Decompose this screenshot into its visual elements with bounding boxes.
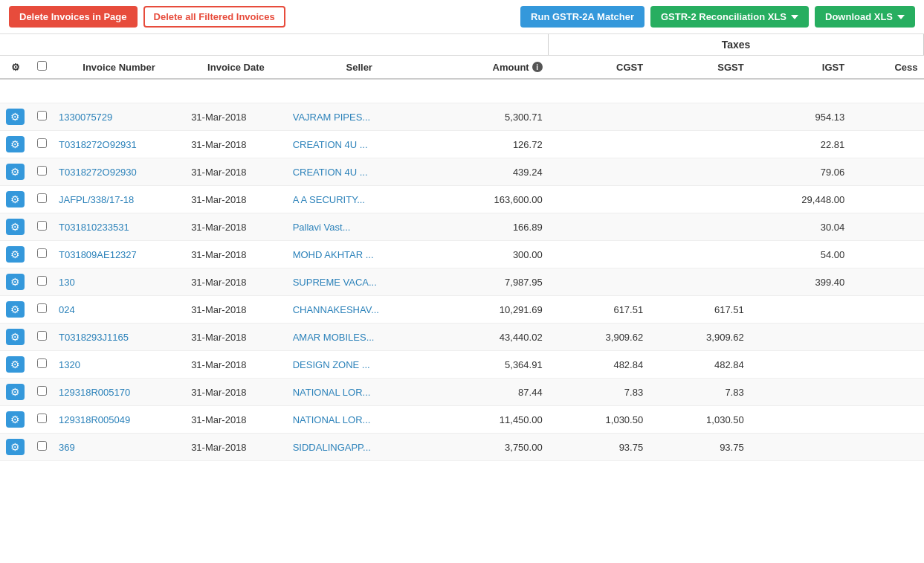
seller-link[interactable]: NATIONAL LOR... <box>293 414 371 425</box>
amount-cell: 3,750.00 <box>432 434 549 461</box>
row-checkbox[interactable] <box>37 386 47 396</box>
invoice-number-link[interactable]: 1320 <box>59 359 80 370</box>
row-gear-button[interactable]: ⚙ <box>6 136 25 152</box>
seller-link[interactable]: Pallavi Vast... <box>293 222 351 233</box>
seller-link[interactable]: VAJRAM PIPES... <box>293 112 371 123</box>
seller-link[interactable]: DESIGN ZONE ... <box>293 359 370 370</box>
table-row: ⚙T031809AE1232731-Mar-2018MOHD AKHTAR ..… <box>0 241 924 268</box>
row-gear-button[interactable]: ⚙ <box>6 109 25 125</box>
igst-cell: 22.81 <box>750 131 851 158</box>
row-gear-button[interactable]: ⚙ <box>6 219 25 235</box>
select-all-checkbox[interactable] <box>37 61 47 71</box>
amount-cell: 7,987.95 <box>432 268 549 296</box>
table-row: ⚙132031-Mar-2018DESIGN ZONE ...5,364.914… <box>0 351 924 379</box>
sgst-column-header: SGST <box>649 56 750 80</box>
invoice-number-link[interactable]: 369 <box>59 442 75 453</box>
cgst-cell <box>549 186 650 213</box>
seller-link[interactable]: AMAR MOBILES... <box>293 332 375 343</box>
cess-cell <box>850 324 923 351</box>
row-gear-button[interactable]: ⚙ <box>6 164 25 180</box>
row-gear-button[interactable]: ⚙ <box>6 191 25 207</box>
table-row: ⚙T0318272O9293031-Mar-2018CREATION 4U ..… <box>0 158 924 186</box>
invoice-number-link[interactable]: 024 <box>59 304 75 315</box>
invoice-number-link[interactable]: T0318272O92930 <box>59 167 137 178</box>
seller-link[interactable]: CHANNAKESHAV... <box>293 304 379 315</box>
row-checkbox[interactable] <box>37 138 47 148</box>
row-gear-button[interactable]: ⚙ <box>6 274 25 290</box>
row-checkbox[interactable] <box>37 193 47 203</box>
invoice-number-link[interactable]: JAFPL/338/17-18 <box>59 194 134 205</box>
row-checkbox[interactable] <box>37 221 47 231</box>
igst-cell: 30.04 <box>750 213 851 241</box>
download-xls-label: Download XLS <box>825 11 893 22</box>
seller-link[interactable]: NATIONAL LOR... <box>293 387 371 398</box>
row-checkbox[interactable] <box>37 276 47 286</box>
row-gear-button[interactable]: ⚙ <box>6 439 25 455</box>
table-row: ⚙36931-Mar-2018SIDDALINGAPP...3,750.0093… <box>0 434 924 461</box>
seller-link[interactable]: SUPREME VACA... <box>293 277 377 288</box>
row-gear-button[interactable]: ⚙ <box>6 356 25 373</box>
invoice-number-link[interactable]: 129318R005049 <box>59 414 130 425</box>
seller-link[interactable]: A A SECURITY... <box>293 194 365 205</box>
invoice-number-link[interactable]: T0318272O92931 <box>59 139 137 150</box>
invoice-number-link[interactable]: T031809AE12327 <box>59 249 137 260</box>
amount-cell: 11,450.00 <box>432 406 549 434</box>
download-xls-button[interactable]: Download XLS <box>815 6 915 28</box>
seller-link[interactable]: CREATION 4U ... <box>293 139 368 150</box>
delete-all-filtered-button[interactable]: Delete all Filtered Invoices <box>143 6 285 28</box>
cess-cell <box>850 268 923 296</box>
invoice-number-link[interactable]: 130 <box>59 277 75 288</box>
cess-cell <box>850 131 923 158</box>
cgst-cell: 617.51 <box>549 296 650 324</box>
amount-cell: 439.24 <box>432 158 549 186</box>
sgst-cell <box>649 103 750 131</box>
invoice-date-cell: 31-Mar-2018 <box>185 131 287 158</box>
cess-cell <box>850 379 923 406</box>
sgst-cell <box>649 158 750 186</box>
settings-gear-icon: ⚙ <box>11 62 20 73</box>
row-checkbox[interactable] <box>37 111 47 120</box>
row-gear-button[interactable]: ⚙ <box>6 411 25 428</box>
run-gstr2a-matcher-button[interactable]: Run GSTR-2A Matcher <box>520 6 644 28</box>
seller-link[interactable]: CREATION 4U ... <box>293 167 368 178</box>
row-checkbox[interactable] <box>37 414 47 423</box>
invoice-date-column-header: Invoice Date <box>185 56 287 80</box>
row-checkbox[interactable] <box>37 303 47 313</box>
seller-link[interactable]: MOHD AKHTAR ... <box>293 249 374 260</box>
row-checkbox[interactable] <box>37 331 47 341</box>
igst-cell: 29,448.00 <box>750 186 851 213</box>
header-main-row: ⚙ Invoice Number Invoice Date Seller Amo… <box>0 56 924 80</box>
row-gear-button[interactable]: ⚙ <box>6 329 25 345</box>
amount-cell: 300.00 <box>432 241 549 268</box>
invoice-number-link[interactable]: T031810233531 <box>59 222 129 233</box>
download-xls-dropdown-arrow-icon <box>897 15 905 19</box>
row-checkbox[interactable] <box>37 248 47 258</box>
cess-cell <box>850 296 923 324</box>
row-gear-button[interactable]: ⚙ <box>6 384 25 400</box>
sgst-cell: 7.83 <box>649 379 750 406</box>
table-body: Total of 2299 records (includes Invoices… <box>0 79 924 461</box>
gstr2-dropdown-arrow-icon <box>791 15 798 19</box>
igst-cell <box>750 434 851 461</box>
invoices-table: Taxes ⚙ Invoice Number Invoice Date Sell… <box>0 34 924 461</box>
invoice-date-cell: 31-Mar-2018 <box>185 434 287 461</box>
row-gear-button[interactable]: ⚙ <box>6 301 25 318</box>
row-checkbox[interactable] <box>37 166 47 176</box>
igst-cell <box>750 351 851 379</box>
invoice-number-link[interactable]: 129318R005170 <box>59 387 130 398</box>
row-checkbox[interactable] <box>37 358 47 368</box>
igst-cell <box>750 296 851 324</box>
taxes-group-header: Taxes <box>549 34 924 56</box>
seller-link[interactable]: SIDDALINGAPP... <box>293 442 371 453</box>
igst-cell <box>750 406 851 434</box>
igst-cell: 399.40 <box>750 268 851 296</box>
amount-column-header: Amount i <box>432 56 549 80</box>
amount-cell: 166.89 <box>432 213 549 241</box>
header-top-row: Taxes <box>0 34 924 56</box>
row-checkbox[interactable] <box>37 441 47 451</box>
invoice-number-link[interactable]: 1330075729 <box>59 112 112 123</box>
row-gear-button[interactable]: ⚙ <box>6 246 25 263</box>
delete-invoices-page-button[interactable]: Delete Invoices in Page <box>9 6 138 28</box>
gstr2-reconciliation-button[interactable]: GSTR-2 Reconciliation XLS <box>650 6 809 28</box>
invoice-number-link[interactable]: T0318293J1165 <box>59 332 129 343</box>
